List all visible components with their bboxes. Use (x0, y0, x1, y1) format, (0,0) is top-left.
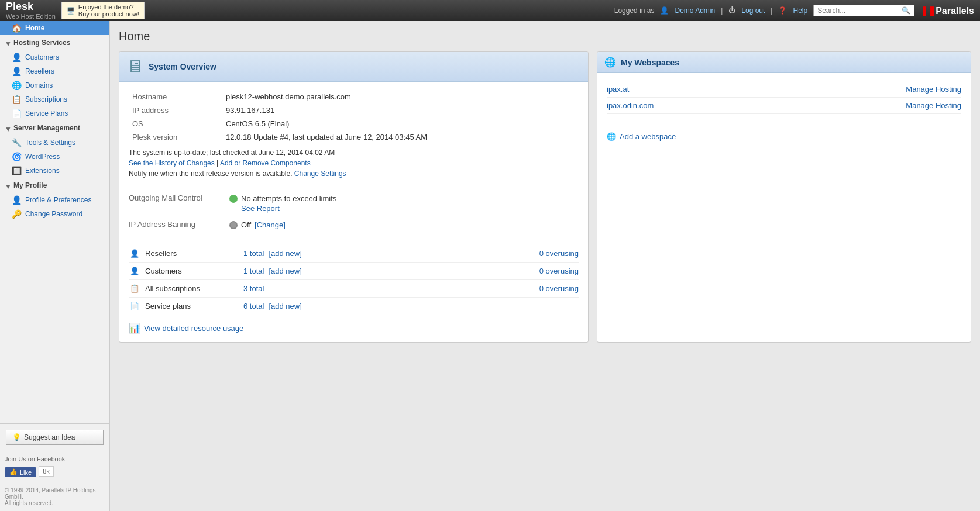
resellers-icon: 👤 (12, 67, 22, 76)
logged-in-text: Logged in as (614, 6, 655, 15)
wordpress-icon: 🌀 (12, 152, 22, 161)
page-title: Home (119, 30, 971, 43)
os-row: OS CentOS 6.5 (Final) (129, 117, 579, 130)
customers-row-label: Customers (145, 267, 239, 275)
extensions-icon: 🔲 (12, 166, 22, 175)
pipe-divider2: | (771, 6, 772, 15)
add-remove-link[interactable]: Add or Remove Components (220, 159, 311, 167)
hosting-arrow-icon: ▼ (5, 40, 11, 46)
see-history-link[interactable]: See the History of Changes (129, 159, 215, 167)
sidebar-section-hosting[interactable]: ▼ Hosting Services (0, 35, 109, 50)
facebook-label: Join Us on Facebook (5, 455, 105, 462)
resellers-count: 1 total [add new] (243, 249, 302, 258)
service-plans-add-link[interactable]: [add new] (269, 302, 301, 310)
plesk-logo: Plesk (6, 1, 56, 12)
domains-label: Domains (25, 81, 53, 89)
add-webspace-block: 🌐 Add a webspace (607, 126, 961, 141)
topbar: Plesk Web Host Edition 🖥️ Enjoyed the de… (0, 0, 980, 21)
resellers-add-link[interactable]: [add new] (269, 249, 301, 258)
add-webspace-icon: 🌐 (607, 132, 616, 141)
globe-header-icon: 🌐 (604, 57, 616, 68)
service-plans-count: 6 total [add new] (243, 302, 302, 310)
system-overview-title: System Overview (149, 62, 216, 71)
ip-change-link[interactable]: [Change] (255, 220, 286, 229)
os-value: CentOS 6.5 (Final) (222, 117, 579, 130)
subscriptions-overusing-link[interactable]: 0 overusing (539, 284, 579, 293)
extensions-label: Extensions (25, 167, 60, 175)
add-webspace-link[interactable]: Add a webspace (620, 132, 676, 141)
plesk-subtitle: Web Host Edition (6, 13, 56, 20)
subscriptions-icon: 📋 (12, 95, 22, 104)
sidebar-item-home[interactable]: 🏠 Home (0, 21, 109, 35)
sidebar-section-profile[interactable]: ▼ My Profile (0, 178, 109, 193)
customers-row-icon: 👤 (129, 267, 140, 275)
ip-label: IP address (129, 103, 222, 117)
fb-count: 8k (39, 466, 54, 477)
sidebar-item-change-password[interactable]: 🔑 Change Password (0, 207, 109, 221)
parallels-logo: ❚❚Parallels (920, 5, 974, 16)
system-overview-panel: 🖥 System Overview Hostname plesk12-webho… (119, 51, 589, 343)
customers-add-link[interactable]: [add new] (269, 267, 301, 275)
profile-arrow-icon: ▼ (5, 182, 11, 188)
change-settings-link[interactable]: Change Settings (294, 170, 346, 178)
search-icon[interactable]: 🔍 (902, 6, 910, 15)
resource-usage-link[interactable]: View detailed resource usage (144, 324, 243, 333)
sidebar-item-wordpress[interactable]: 🌀 WordPress (0, 150, 109, 164)
resellers-total-link[interactable]: 1 total (243, 249, 264, 258)
fb-like-button[interactable]: 👍 Like (5, 467, 36, 477)
topbar-right: Logged in as 👤 Demo Admin | ⏻ Log out | … (614, 5, 974, 16)
demo-admin-link[interactable]: Demo Admin (675, 6, 715, 15)
tools-label: Tools & Settings (25, 139, 75, 147)
webspace-action-1[interactable]: Manage Hosting (906, 101, 961, 110)
customers-count: 1 total [add new] (243, 267, 302, 275)
resellers-overusing-link[interactable]: 0 overusing (539, 249, 579, 258)
customers-summary-row: 👤 Customers 1 total [add new] 0 overusin… (129, 262, 579, 279)
sidebar-item-service-plans[interactable]: 📄 Service Plans (0, 106, 109, 120)
webspaces-title: My Webspaces (621, 58, 679, 67)
change-password-label: Change Password (25, 210, 82, 218)
bulb-icon: 💡 (12, 433, 21, 441)
subscriptions-label: Subscriptions (25, 95, 67, 103)
demo-banner[interactable]: 🖥️ Enjoyed the demo? Buy our product now… (61, 2, 145, 19)
ip-banning-status-block: Off [Change] (229, 220, 286, 229)
customers-total-link[interactable]: 1 total (243, 267, 264, 275)
up-to-date-text: The system is up-to-date; last checked a… (129, 149, 579, 157)
ip-row: IP address 93.91.167.131 (129, 103, 579, 117)
fb-thumb-icon: 👍 (9, 468, 18, 476)
plesk-version-label: Plesk version (129, 130, 222, 144)
system-overview-header: 🖥 System Overview (119, 52, 588, 82)
resellers-label: Resellers (25, 67, 54, 75)
help-icon: ❓ (778, 6, 787, 15)
search-input[interactable] (817, 6, 899, 15)
profile-pref-label: Profile & Preferences (25, 196, 91, 204)
service-plans-total-link[interactable]: 6 total (243, 302, 264, 310)
main-content: Home 🖥 System Overview Hostname plesk12-… (110, 21, 980, 511)
sidebar-item-profile-preferences[interactable]: 👤 Profile & Preferences (0, 193, 109, 207)
webspace-name-1[interactable]: ipax.odin.com (607, 101, 654, 110)
webspace-name-0[interactable]: ipax.at (607, 85, 629, 94)
sidebar: 🏠 Home ▼ Hosting Services 👤 Customers 👤 … (0, 21, 110, 511)
divider2 (129, 239, 579, 239)
customers-icon: 👤 (12, 53, 22, 62)
outgoing-status-text: No attempts to exceed limits (241, 194, 336, 203)
ip-banning-status: Off (241, 220, 251, 229)
sidebar-item-domains[interactable]: 🌐 Domains (0, 78, 109, 92)
logout-link[interactable]: Log out (741, 6, 765, 15)
sidebar-item-tools-settings[interactable]: 🔧 Tools & Settings (0, 136, 109, 150)
sidebar-item-subscriptions[interactable]: 📋 Subscriptions (0, 92, 109, 106)
see-report-link[interactable]: See Report (241, 204, 280, 213)
webspace-item-1: ipax.odin.com Manage Hosting (607, 98, 961, 114)
sidebar-item-extensions[interactable]: 🔲 Extensions (0, 164, 109, 178)
home-label: Home (25, 24, 44, 32)
sidebar-item-resellers[interactable]: 👤 Resellers (0, 64, 109, 78)
profile-section-label: My Profile (13, 181, 47, 189)
webspace-action-0[interactable]: Manage Hosting (906, 85, 961, 94)
sidebar-item-customers[interactable]: 👤 Customers (0, 50, 109, 64)
subscriptions-total-link[interactable]: 3 total (243, 284, 264, 293)
sidebar-section-server[interactable]: ▼ Server Management (0, 120, 109, 136)
customers-overusing-link[interactable]: 0 overusing (539, 267, 579, 275)
help-link[interactable]: Help (793, 6, 807, 15)
hostname-label: Hostname (129, 90, 222, 103)
subscriptions-row-icon: 📋 (129, 284, 140, 293)
suggest-idea-button[interactable]: 💡 Suggest an Idea (6, 430, 104, 445)
